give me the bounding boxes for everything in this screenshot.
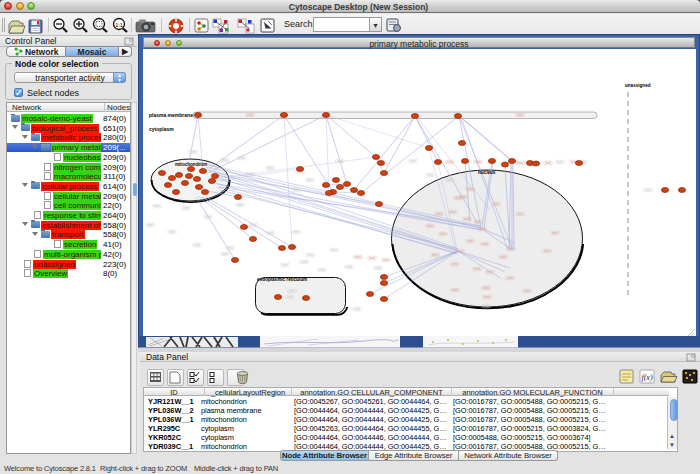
svg-text:nucleus: nucleus xyxy=(478,170,496,175)
svg-text:1:1: 1:1 xyxy=(115,22,123,28)
svg-text:endoplasmic reticulum: endoplasmic reticulum xyxy=(257,277,307,282)
svg-text:unassigned: unassigned xyxy=(625,83,651,88)
svg-text:mitochondrion: mitochondrion xyxy=(175,162,207,167)
svg-text:f(x): f(x) xyxy=(641,373,652,382)
svg-text:plasma membrane: plasma membrane xyxy=(149,112,193,118)
svg-text:cytoplasm: cytoplasm xyxy=(149,126,174,132)
